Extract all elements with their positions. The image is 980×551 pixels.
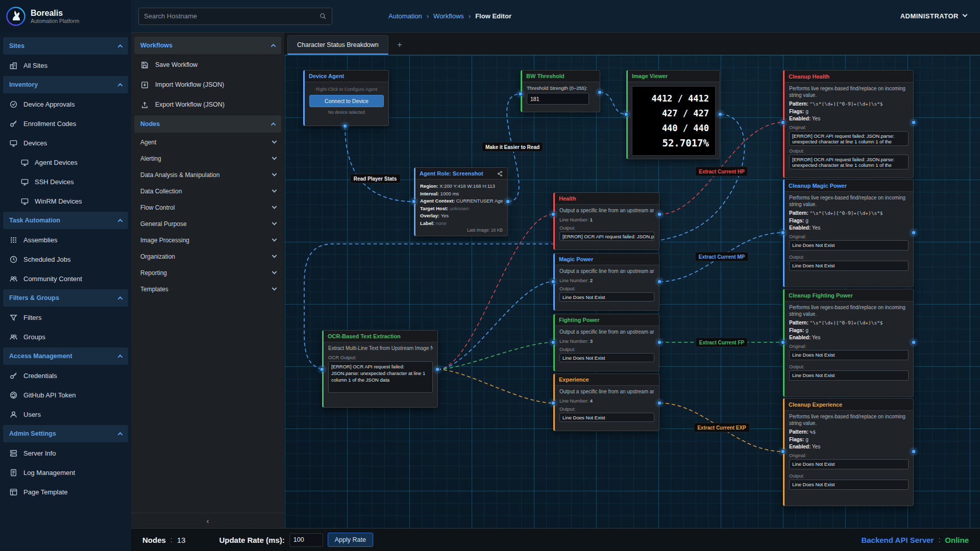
- output-box[interactable]: Line Does Not Exist: [789, 370, 909, 381]
- node-bw-threshold[interactable]: BW Threshold Threshold Strength (0–255):: [521, 70, 600, 112]
- sidebar-item-ssh-devices[interactable]: SSH Devices: [0, 173, 131, 190]
- port-threshold-in[interactable]: [519, 92, 523, 96]
- import-workflow-button[interactable]: Import Workflow (JSON): [131, 76, 284, 94]
- original-box[interactable]: Line Does Not Exist: [789, 240, 909, 251]
- node-category-image-processing[interactable]: Image Processing: [131, 232, 284, 248]
- node-ocr-text-extraction[interactable]: OCR-Based Text Extraction Extract Multi-…: [322, 330, 438, 408]
- node-cleanup-experience[interactable]: Cleanup Experience Performs live regex-b…: [783, 398, 914, 506]
- sidebar-item-page-template[interactable]: Page Template: [0, 483, 131, 500]
- original-box[interactable]: Line Does Not Exist: [789, 350, 909, 360]
- port-threshold-out[interactable]: [598, 90, 602, 95]
- port-device-agent-out[interactable]: [343, 124, 348, 129]
- pattern-value[interactable]: ^\s*(\d+)[^0-9]+(\d+)\s*$: [810, 210, 883, 216]
- pattern-value[interactable]: ^\s*(\d+)[^0-9]+(\d+)\s*$: [810, 320, 883, 325]
- port-screenshot-out[interactable]: [506, 199, 510, 204]
- port-cleanup-magic-in[interactable]: [781, 231, 786, 235]
- add-tab-button[interactable]: +: [388, 35, 411, 55]
- edge-ocr-to-experience[interactable]: [437, 369, 553, 403]
- port-fighting-in[interactable]: [551, 340, 556, 345]
- ocr-output-box[interactable]: [ERROR] OCR API request failed: JSON.par…: [328, 361, 433, 393]
- tab-character-status-breakdown[interactable]: Character Status Breakdown: [287, 35, 388, 55]
- node-category-general-purpose[interactable]: General Purpose: [131, 216, 284, 232]
- port-viewer-in[interactable]: [624, 112, 629, 117]
- node-category-flow-control[interactable]: Flow Control: [131, 199, 284, 216]
- threshold-input[interactable]: [527, 93, 589, 104]
- node-category-templates[interactable]: Templates: [131, 281, 284, 297]
- sidebar-section-admin-settings[interactable]: Admin Settings: [3, 425, 128, 442]
- port-cleanup-magic-out[interactable]: [912, 231, 916, 235]
- sidebar-section-filters-groups[interactable]: Filters & Groups: [3, 289, 128, 307]
- sidebar-item-credentials[interactable]: Credentials: [0, 367, 131, 384]
- node-category-data-collection[interactable]: Data Collection: [131, 183, 284, 199]
- flow-canvas[interactable]: Device Agent Right-Click to Configure Ag…: [285, 55, 980, 528]
- port-magic-out[interactable]: [657, 280, 662, 284]
- sidebar-section-sites[interactable]: Sites: [3, 37, 128, 55]
- node-experience[interactable]: Experience Output a specific line from a…: [553, 373, 659, 431]
- output-box[interactable]: Line Does Not Exist: [559, 413, 654, 422]
- port-screenshot-in[interactable]: [412, 199, 416, 204]
- sidebar-item-github-api-token[interactable]: GitHub API Token: [0, 386, 131, 404]
- share-icon[interactable]: [497, 170, 503, 177]
- port-cleanup-experience-out[interactable]: [912, 449, 916, 454]
- edge-ocr-to-health[interactable]: [437, 214, 553, 369]
- nodes-section-header[interactable]: Nodes: [134, 115, 281, 133]
- sidebar-item-enrollment-codes[interactable]: Enrollment Codes: [0, 115, 131, 132]
- port-viewer-out[interactable]: [718, 112, 723, 117]
- output-box[interactable]: Line Does Not Exist: [789, 261, 909, 271]
- edge-ocr-to-magic[interactable]: [437, 282, 553, 369]
- port-cleanup-fighting-out[interactable]: [912, 340, 916, 345]
- line-number-value[interactable]: 2: [590, 278, 593, 283]
- port-health-in[interactable]: [551, 212, 556, 217]
- port-magic-in[interactable]: [551, 280, 556, 284]
- sidebar-item-devices[interactable]: Devices: [0, 134, 131, 152]
- pattern-value[interactable]: %$: [810, 429, 816, 435]
- node-agent-role-screenshot[interactable]: Agent Role: Screenshot Region: X:200 Y:4…: [414, 167, 508, 236]
- sidebar-item-winrm-devices[interactable]: WinRM Devices: [0, 192, 131, 210]
- port-experience-out[interactable]: [657, 401, 662, 406]
- sidebar-item-filters[interactable]: Filters: [0, 309, 131, 326]
- save-workflow-button[interactable]: Save Workflow: [131, 56, 284, 74]
- panel-collapse-button[interactable]: ‹: [131, 513, 284, 528]
- port-ocr-in[interactable]: [320, 367, 325, 372]
- node-health[interactable]: Health Output a specific line from an up…: [553, 192, 659, 250]
- hostname-search[interactable]: [138, 8, 332, 25]
- port-experience-in[interactable]: [551, 401, 556, 406]
- edge-device-to-screenshot[interactable]: [345, 126, 414, 202]
- output-box[interactable]: [ERROR] OCR API request failed: JSON.par…: [789, 155, 909, 169]
- sidebar-section-inventory[interactable]: Inventory: [3, 76, 128, 93]
- sidebar-item-community-content[interactable]: Community Content: [0, 270, 131, 287]
- output-box[interactable]: [ERROR] OCR API request failed: JSON.par…: [559, 232, 654, 241]
- search-input[interactable]: [144, 12, 319, 20]
- output-box[interactable]: Line Does Not Exist: [559, 292, 654, 302]
- sidebar-item-all-sites[interactable]: All Sites: [0, 57, 131, 74]
- update-rate-input[interactable]: [290, 534, 323, 546]
- output-box[interactable]: Line Does Not Exist: [559, 353, 654, 362]
- port-cleanup-health-in[interactable]: [781, 120, 786, 125]
- sidebar-item-agent-devices[interactable]: Agent Devices: [0, 154, 131, 171]
- port-ocr-out[interactable]: [435, 367, 440, 372]
- sidebar-section-access-management[interactable]: Access Management: [3, 347, 128, 365]
- breadcrumb-automation[interactable]: Automation: [388, 12, 422, 20]
- original-box[interactable]: [ERROR] OCR API request failed: JSON.par…: [789, 131, 909, 146]
- node-magic-power[interactable]: Magic Power Output a specific line from …: [553, 253, 659, 311]
- node-device-agent[interactable]: Device Agent Right-Click to Configure Ag…: [303, 70, 389, 126]
- export-workflow-button[interactable]: Export Workflow (JSON): [131, 95, 284, 114]
- sidebar-item-server-info[interactable]: Server Info: [0, 444, 131, 462]
- connect-to-device-button[interactable]: Connect to Device: [309, 95, 384, 107]
- port-health-out[interactable]: [657, 212, 662, 217]
- node-cleanup-magic-power[interactable]: Cleanup Magic Power Performs live regex-…: [783, 179, 914, 287]
- sidebar-item-assemblies[interactable]: Assemblies: [0, 231, 131, 248]
- node-category-organization[interactable]: Organization: [131, 248, 284, 265]
- line-number-value[interactable]: 4: [590, 398, 593, 404]
- node-fighting-power[interactable]: Fighting Power Output a specific line fr…: [553, 314, 659, 371]
- sidebar-item-log-management[interactable]: Log Management: [0, 464, 131, 481]
- pattern-value[interactable]: ^\s*(\d+)[^0-9]+(\d+)\s*$: [810, 101, 883, 107]
- port-cleanup-experience-in[interactable]: [781, 449, 786, 454]
- workflows-section-header[interactable]: Workflows: [134, 37, 281, 54]
- edge-ocr-to-fighting[interactable]: [437, 342, 553, 369]
- original-box[interactable]: Line Does Not Exist: [789, 459, 909, 469]
- node-cleanup-fighting-power[interactable]: Cleanup Fighting Power Performs live reg…: [783, 289, 914, 397]
- port-fighting-out[interactable]: [657, 340, 662, 345]
- sidebar-item-users[interactable]: Users: [0, 406, 131, 423]
- user-menu[interactable]: ADMINISTRATOR: [900, 12, 967, 20]
